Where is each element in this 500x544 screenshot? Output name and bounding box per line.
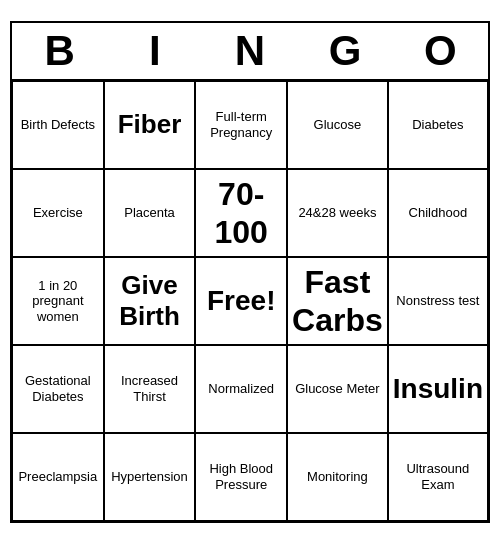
header-letter: O xyxy=(393,23,488,81)
bingo-cell: Birth Defects xyxy=(12,81,104,169)
bingo-cell: Glucose Meter xyxy=(287,345,388,433)
bingo-cell: 1 in 20 pregnant women xyxy=(12,257,104,345)
header-letter: N xyxy=(202,23,297,81)
bingo-cell: Monitoring xyxy=(287,433,388,521)
bingo-cell: High Blood Pressure xyxy=(195,433,287,521)
bingo-cell: Give Birth xyxy=(104,257,196,345)
header-letter: G xyxy=(298,23,393,81)
bingo-cell: Preeclampsia xyxy=(12,433,104,521)
bingo-cell: Exercise xyxy=(12,169,104,257)
bingo-cell: Normalized xyxy=(195,345,287,433)
bingo-cell: Full-term Pregnancy xyxy=(195,81,287,169)
bingo-cell: Glucose xyxy=(287,81,388,169)
bingo-cell: 24&28 weeks xyxy=(287,169,388,257)
bingo-cell: Nonstress test xyxy=(388,257,488,345)
bingo-grid: Birth DefectsFiberFull-term PregnancyGlu… xyxy=(12,81,488,521)
bingo-cell: Increased Thirst xyxy=(104,345,196,433)
bingo-cell: Ultrasound Exam xyxy=(388,433,488,521)
bingo-cell: Hypertension xyxy=(104,433,196,521)
bingo-cell: 70-100 xyxy=(195,169,287,257)
bingo-cell: Fast Carbs xyxy=(287,257,388,345)
bingo-cell: Free! xyxy=(195,257,287,345)
bingo-cell: Insulin xyxy=(388,345,488,433)
bingo-cell: Fiber xyxy=(104,81,196,169)
bingo-card: BINGO Birth DefectsFiberFull-term Pregna… xyxy=(10,21,490,523)
bingo-cell: Placenta xyxy=(104,169,196,257)
header-letter: B xyxy=(12,23,107,81)
bingo-header: BINGO xyxy=(12,23,488,81)
header-letter: I xyxy=(107,23,202,81)
bingo-cell: Childhood xyxy=(388,169,488,257)
bingo-cell: Gestational Diabetes xyxy=(12,345,104,433)
bingo-cell: Diabetes xyxy=(388,81,488,169)
